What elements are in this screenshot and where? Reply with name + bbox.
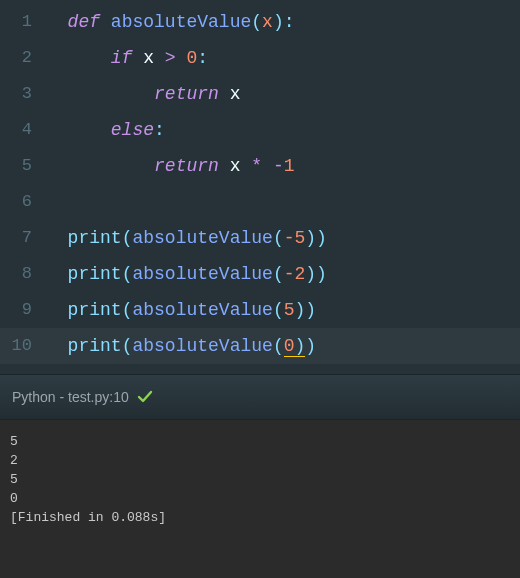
code-content: print(absoluteValue(0))	[46, 328, 520, 364]
code-content: if x > 0:	[46, 40, 520, 76]
output-line: [Finished in 0.088s]	[10, 508, 510, 527]
line-number: 7	[0, 220, 46, 256]
code-content: print(absoluteValue(-2))	[46, 256, 520, 292]
code-line[interactable]: 10 print(absoluteValue(0))	[0, 328, 520, 364]
code-line[interactable]: 3 return x	[0, 76, 520, 112]
code-line[interactable]: 8 print(absoluteValue(-2))	[0, 256, 520, 292]
line-number: 1	[0, 4, 46, 40]
code-line[interactable]: 4 else:	[0, 112, 520, 148]
code-line[interactable]: 6	[0, 184, 520, 220]
line-number: 9	[0, 292, 46, 328]
output-line: 2	[10, 451, 510, 470]
code-content: else:	[46, 112, 520, 148]
code-content: return x	[46, 76, 520, 112]
check-icon	[137, 389, 153, 405]
code-content: def absoluteValue(x):	[46, 4, 520, 40]
code-content: print(absoluteValue(-5))	[46, 220, 520, 256]
code-content	[46, 184, 520, 220]
line-number: 3	[0, 76, 46, 112]
status-text: Python - test.py:10	[12, 389, 129, 405]
code-line[interactable]: 7 print(absoluteValue(-5))	[0, 220, 520, 256]
output-line: 5	[10, 432, 510, 451]
output-line: 0	[10, 489, 510, 508]
line-number: 8	[0, 256, 46, 292]
line-number: 2	[0, 40, 46, 76]
code-content: return x * -1	[46, 148, 520, 184]
code-line[interactable]: 1 def absoluteValue(x):	[0, 4, 520, 40]
output-panel[interactable]: 5 2 5 0 [Finished in 0.088s]	[0, 420, 520, 578]
code-content: print(absoluteValue(5))	[46, 292, 520, 328]
output-line: 5	[10, 470, 510, 489]
line-number: 4	[0, 112, 46, 148]
code-line[interactable]: 9 print(absoluteValue(5))	[0, 292, 520, 328]
line-number: 6	[0, 184, 46, 220]
code-editor[interactable]: 1 def absoluteValue(x): 2 if x > 0: 3 re…	[0, 0, 520, 374]
line-number: 10	[0, 328, 46, 364]
code-line[interactable]: 5 return x * -1	[0, 148, 520, 184]
code-line[interactable]: 2 if x > 0:	[0, 40, 520, 76]
line-number: 5	[0, 148, 46, 184]
status-bar: Python - test.py:10	[0, 374, 520, 420]
